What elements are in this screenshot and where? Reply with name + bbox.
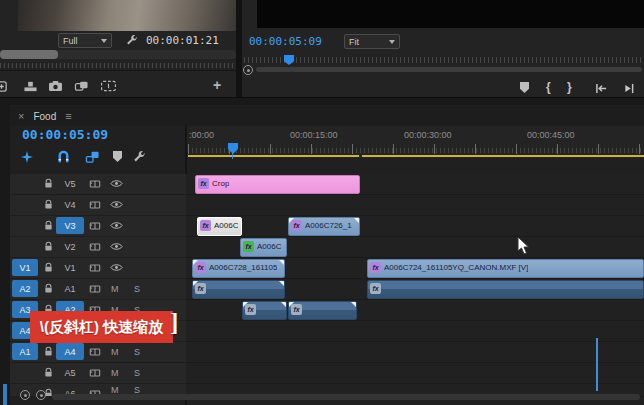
sync-lock-icon[interactable] [89,220,101,232]
sync-lock-icon[interactable] [89,199,101,211]
clip-crop[interactable]: fxCrop [195,175,360,194]
nest-toggle-icon[interactable] [20,150,34,164]
clip-a006c728_161105[interactable]: fxA006C728_161105 [192,259,285,278]
caption-text: \(反斜杠) 快速缩放 [40,318,163,337]
tab-sequence-name[interactable]: Food [33,111,56,122]
snap-magnet-icon[interactable] [55,149,71,164]
track-target-V3[interactable]: V3 [56,217,84,234]
track-header-V3: V3 [10,216,186,237]
track-lane-V4[interactable] [186,195,644,216]
chevron-down-icon [101,39,107,43]
fx-badge-icon[interactable]: fx [370,283,381,294]
button-editor-plus[interactable]: + [213,77,221,93]
program-playhead[interactable] [284,55,294,65]
clip-a1[interactable]: fx [367,280,644,299]
clip-a006c726_1[interactable]: fxA006C726_1 [288,217,360,236]
program-zoom-dropdown[interactable]: Fit [344,34,400,49]
solo-button[interactable]: S [134,279,140,299]
program-ruler-ticks[interactable] [244,57,644,63]
add-marker-button[interactable] [520,82,529,93]
sync-lock-icon[interactable] [89,346,101,358]
program-scrollbar[interactable] [256,67,642,72]
linked-selection-icon[interactable] [84,149,100,164]
scrollbar-endcap-icon[interactable] [36,390,46,400]
sync-lock-icon[interactable] [89,178,101,190]
clip-a006c[interactable]: fxA006C [197,217,242,236]
clip-a1[interactable]: fx [192,280,285,299]
track-target-A1[interactable]: A1 [56,280,84,297]
mute-button[interactable]: M [111,342,119,362]
fx-badge-icon[interactable]: fx [370,262,381,273]
clip-corner [354,218,359,223]
source-settings-wrench-icon[interactable] [124,33,138,47]
eye-icon[interactable] [110,221,123,230]
track-target-V1[interactable]: V1 [56,259,84,276]
sync-lock-icon[interactable] [89,283,101,295]
clip-corner [351,302,356,307]
scrollbar-endcap-icon[interactable] [243,65,253,75]
mark-out-button[interactable]: } [567,80,572,94]
source-zoom-scrollbar-thumb[interactable] [0,50,58,59]
track-target-V5[interactable]: V5 [56,175,84,192]
fx-badge-icon[interactable]: fx [198,178,209,189]
scrollbar-endcap-icon[interactable] [20,390,30,400]
source-patch-V1[interactable]: V1 [12,259,38,276]
track-header-V4: V4 [10,195,186,216]
clip-a006c[interactable]: fxA006C [240,238,287,257]
export-frame-camera-icon[interactable] [47,79,63,93]
mark-in-button[interactable]: { [546,80,551,94]
timeline-horizontal-scrollbar[interactable] [52,394,640,400]
lock-icon[interactable] [43,367,54,378]
clip-a2[interactable]: fx [288,301,357,320]
eye-icon[interactable] [110,242,123,251]
lock-icon[interactable] [43,346,54,357]
panel-menu-icon[interactable]: ≡ [65,110,71,122]
eye-icon[interactable] [110,200,123,209]
eye-icon[interactable] [110,179,123,188]
safe-margins-icon[interactable] [99,79,117,93]
close-icon[interactable]: × [18,110,24,122]
track-lane-A3[interactable] [186,321,644,342]
ruler-major-ticks [188,144,644,154]
source-zoom-dropdown[interactable]: Full [58,33,112,48]
mute-button[interactable]: M [111,363,119,383]
lock-icon[interactable] [43,283,54,294]
track-target-A5[interactable]: A5 [56,364,84,381]
source-patch-A2[interactable]: A2 [12,280,38,297]
render-bar [188,155,359,157]
clip-corner [279,281,284,286]
track-lane-A4[interactable] [186,342,644,363]
go-to-in-button[interactable] [594,82,608,94]
lock-icon[interactable] [43,220,54,231]
track-header-V5: V5 [10,174,186,195]
panel-divider [0,97,644,105]
lock-icon[interactable] [43,262,54,273]
sync-lock-icon[interactable] [89,241,101,253]
solo-button[interactable]: S [134,363,140,383]
sync-lock-icon[interactable] [89,262,101,274]
eye-icon[interactable] [110,263,123,272]
lift-button[interactable] [22,79,38,93]
step-back-button[interactable] [622,82,634,94]
timeline-settings-wrench-icon[interactable] [131,149,146,164]
source-ruler-ticks[interactable] [0,63,236,68]
mute-button[interactable]: M [111,279,119,299]
clip-label: A006C724_161105YQ_CANON.MXF [V] [384,260,528,272]
clip-label: A006C728_161105 [209,260,277,272]
lock-icon[interactable] [43,241,54,252]
track-target-V2[interactable]: V2 [56,238,84,255]
track-target-V4[interactable]: V4 [56,196,84,213]
clip-a006c724_161105yq_canon-mxf-v-[interactable]: fxA006C724_161105YQ_CANON.MXF [V] [367,259,644,278]
track-lane-A5[interactable] [186,363,644,384]
solo-button[interactable]: S [134,342,140,362]
track-lane-V3[interactable] [186,216,644,237]
sync-lock-icon[interactable] [89,367,101,379]
comparison-view-icon[interactable] [73,79,89,93]
add-marker-button[interactable] [0,79,8,93]
fx-badge-icon[interactable]: fx [243,241,254,252]
clip-a2[interactable]: fx [242,301,287,320]
lock-icon[interactable] [43,178,54,189]
track-target-A4[interactable]: A4 [56,343,84,360]
source-patch-A1[interactable]: A1 [12,343,38,360]
lock-icon[interactable] [43,199,54,210]
